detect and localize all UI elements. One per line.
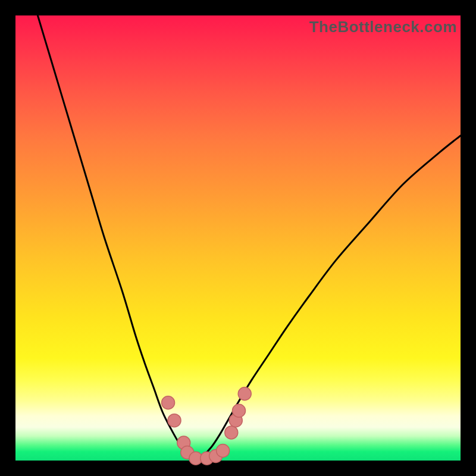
marker-group xyxy=(162,387,252,465)
data-marker xyxy=(168,414,181,427)
data-marker xyxy=(225,426,238,439)
chart-svg xyxy=(15,15,461,461)
data-marker xyxy=(232,404,245,417)
curve-left xyxy=(37,15,193,461)
data-marker xyxy=(217,444,230,458)
data-marker xyxy=(238,387,251,400)
data-marker xyxy=(162,396,175,409)
chart-frame: TheBottleneck.com xyxy=(15,15,461,461)
